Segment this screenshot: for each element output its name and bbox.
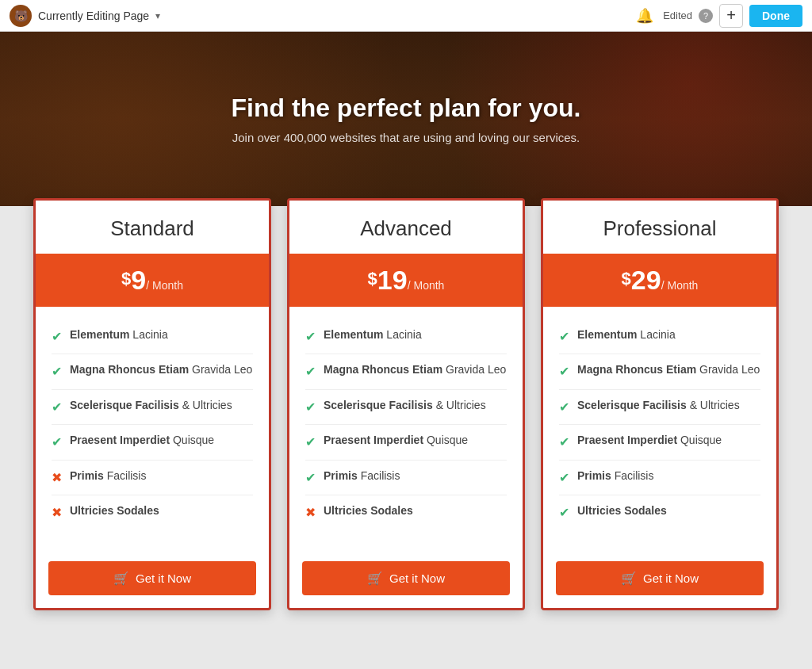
plan-cta-professional: 🛒Get it Now [543, 552, 776, 608]
cta-button-standard[interactable]: 🛒Get it Now [48, 561, 256, 595]
feature-bold: Scelerisque Facilisis [324, 399, 433, 411]
plan-features-standard: ✔Elementum Lacinia✔Magna Rhoncus Etiam G… [36, 307, 269, 552]
check-icon: ✔ [52, 363, 62, 380]
cart-icon: 🛒 [367, 571, 383, 586]
hero-subheadline: Join over 400,000 websites that are usin… [232, 131, 581, 144]
plan-name-advanced: Advanced [289, 201, 523, 254]
check-icon: ✔ [559, 434, 569, 451]
cart-icon: 🛒 [621, 571, 637, 586]
plan-cta-standard: 🛒Get it Now [36, 552, 269, 608]
feature-bold: Magna Rhoncus Etiam [577, 363, 696, 376]
feature-bold: Praesent Imperdiet [70, 434, 170, 446]
check-icon: ✔ [559, 328, 569, 346]
cta-button-professional[interactable]: 🛒Get it Now [556, 561, 764, 595]
feature-text: Scelerisque Facilisis & Ultricies [324, 398, 486, 414]
feature-text: Praesent Imperdiet Quisque [577, 433, 722, 449]
notification-bell-icon[interactable]: 🔔 [633, 4, 657, 28]
cta-label: Get it Now [136, 572, 191, 585]
page-title: Currently Editing Page [38, 10, 149, 22]
feature-item: ✔Elementum Lacinia [305, 319, 507, 354]
add-button[interactable]: + [719, 4, 743, 28]
feature-text: Primis Facilisis [70, 468, 146, 484]
price-period: / Month [408, 279, 445, 292]
plan-card-professional: Professional$29/ Month✔Elementum Lacinia… [541, 198, 779, 610]
feature-text: Elementum Lacinia [577, 327, 676, 343]
topbar: 🐻 Currently Editing Page ▾ 🔔 Edited ? + … [0, 0, 812, 32]
price-amount: 19 [377, 265, 408, 295]
price-currency: $ [622, 269, 631, 289]
plan-card-standard: Standard$9/ Month✔Elementum Lacinia✔Magn… [33, 198, 271, 610]
check-icon: ✔ [559, 469, 569, 487]
cta-button-advanced[interactable]: 🛒Get it Now [302, 561, 510, 595]
feature-item: ✔Magna Rhoncus Etiam Gravida Leo [305, 354, 507, 389]
feature-item: ✔Praesent Imperdiet Quisque [305, 425, 507, 460]
cta-label: Get it Now [643, 572, 699, 585]
feature-bold: Scelerisque Facilisis [70, 399, 179, 411]
feature-item: ✔Praesent Imperdiet Quisque [52, 425, 253, 460]
feature-item: ✔Magna Rhoncus Etiam Gravida Leo [52, 354, 253, 389]
feature-text: Magna Rhoncus Etiam Gravida Leo [577, 362, 760, 378]
price-amount: 9 [131, 265, 146, 295]
check-icon: ✔ [305, 328, 316, 346]
feature-text: Ultricies Sodales [577, 503, 667, 519]
feature-item: ✔Primis Facilisis [559, 461, 760, 495]
hero-headline: Find the perfect plan for you. [232, 94, 581, 123]
feature-text: Magna Rhoncus Etiam Gravida Leo [324, 362, 506, 378]
check-icon: ✔ [559, 399, 569, 416]
chevron-down-icon[interactable]: ▾ [155, 10, 160, 21]
feature-text: Elementum Lacinia [324, 327, 422, 343]
check-icon: ✔ [52, 328, 62, 346]
hero-section: Find the perfect plan for you. Join over… [0, 32, 812, 206]
pricing-section: Standard$9/ Month✔Elementum Lacinia✔Magn… [0, 182, 812, 626]
price-period: / Month [146, 279, 183, 292]
plan-price-bar-advanced: $19/ Month [289, 254, 523, 307]
logo-icon: 🐻 [10, 5, 32, 27]
feature-bold: Elementum [577, 328, 637, 341]
cta-label: Get it Now [389, 572, 445, 585]
help-icon[interactable]: ? [699, 9, 713, 23]
feature-text: Magna Rhoncus Etiam Gravida Leo [70, 362, 252, 378]
feature-item: ✔Praesent Imperdiet Quisque [559, 425, 760, 460]
price-period: / Month [661, 279, 699, 292]
check-icon: ✔ [305, 363, 316, 380]
feature-item: ✖Primis Facilisis [52, 461, 253, 495]
feature-text: Elementum Lacinia [70, 327, 168, 343]
feature-text: Primis Facilisis [324, 468, 400, 484]
feature-bold: Ultricies Sodales [70, 504, 159, 517]
feature-bold: Magna Rhoncus Etiam [70, 363, 189, 376]
edited-label: Edited [663, 10, 692, 21]
cross-icon: ✖ [52, 504, 62, 522]
check-icon: ✔ [305, 399, 316, 416]
feature-text: Praesent Imperdiet Quisque [324, 433, 468, 449]
feature-bold: Primis [70, 469, 104, 482]
price-amount: 29 [631, 265, 661, 295]
feature-item: ✔Scelerisque Facilisis & Ultricies [52, 390, 253, 425]
cart-icon: 🛒 [113, 571, 129, 586]
feature-bold: Praesent Imperdiet [324, 434, 423, 446]
feature-bold: Ultricies Sodales [324, 504, 413, 517]
check-icon: ✔ [559, 504, 569, 522]
feature-item: ✔Ultricies Sodales [559, 495, 760, 529]
price-currency: $ [121, 269, 131, 289]
feature-bold: Primis [577, 469, 611, 482]
plan-price-bar-standard: $9/ Month [36, 254, 269, 307]
check-icon: ✔ [305, 434, 316, 451]
feature-text: Scelerisque Facilisis & Ultricies [577, 398, 740, 414]
plan-cta-advanced: 🛒Get it Now [289, 552, 523, 608]
feature-bold: Primis [324, 469, 358, 482]
plan-name-standard: Standard [36, 201, 269, 254]
feature-bold: Elementum [70, 328, 129, 341]
feature-item: ✔Elementum Lacinia [559, 319, 760, 354]
feature-item: ✔Scelerisque Facilisis & Ultricies [305, 390, 507, 425]
hero-content: Find the perfect plan for you. Join over… [232, 94, 581, 144]
feature-item: ✔Primis Facilisis [305, 461, 507, 495]
plan-name-professional: Professional [543, 201, 776, 254]
done-button[interactable]: Done [749, 5, 802, 27]
check-icon: ✔ [52, 399, 62, 416]
feature-bold: Ultricies Sodales [577, 504, 667, 517]
price-currency: $ [368, 269, 377, 289]
feature-bold: Scelerisque Facilisis [577, 399, 687, 411]
feature-text: Ultricies Sodales [70, 503, 159, 519]
feature-item: ✔Scelerisque Facilisis & Ultricies [559, 390, 760, 425]
feature-text: Primis Facilisis [577, 468, 653, 484]
